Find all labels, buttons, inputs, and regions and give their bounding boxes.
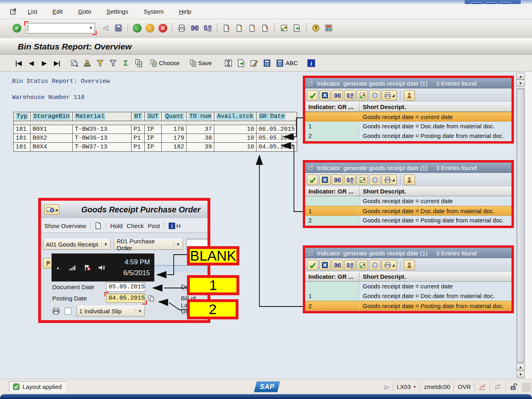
- reference-combo[interactable]: R01 Purchase Order▼: [114, 239, 183, 250]
- find-next-icon[interactable]: [202, 23, 213, 33]
- hold-button[interactable]: Hold: [110, 222, 123, 229]
- scrollbar-thumb[interactable]: ∷: [517, 89, 525, 362]
- security-lock-icon[interactable]: [509, 383, 518, 391]
- help-icon[interactable]: [369, 90, 380, 101]
- scroll-up-icon[interactable]: ▲: [516, 73, 525, 80]
- enter-button[interactable]: ✓: [11, 23, 23, 33]
- action-center-flag-icon[interactable]: [84, 264, 91, 271]
- control-menu-icon[interactable]: [10, 8, 17, 15]
- collapse-icon[interactable]: ◁: [100, 23, 111, 33]
- print-icon[interactable]: ◢: [382, 90, 397, 101]
- system-id[interactable]: LX03▼: [396, 383, 416, 390]
- find-icon[interactable]: [189, 23, 200, 33]
- services-for-object-icon[interactable]: ◢: [44, 204, 60, 215]
- print-icon[interactable]: [176, 23, 187, 33]
- choose-button[interactable]: Choose: [150, 60, 180, 67]
- popup-row[interactable]: Goods receipt date = current date: [305, 196, 511, 206]
- post-button[interactable]: Post: [148, 222, 160, 229]
- menu-goto[interactable]: Goto: [73, 6, 96, 16]
- mail-edit-icon[interactable]: [249, 58, 259, 68]
- find-next-icon[interactable]: [344, 90, 355, 101]
- personal-settings-icon[interactable]: [404, 175, 415, 185]
- popup-titlebar[interactable]: Indicator: generate goods receipt date (…: [305, 162, 511, 173]
- popup-row[interactable]: 2Goods receipt date = Posting date from …: [305, 131, 511, 141]
- new-values-icon[interactable]: [357, 175, 368, 185]
- scrollbar-track[interactable]: ∷: [516, 88, 525, 363]
- help-icon[interactable]: [310, 23, 321, 33]
- popup-row[interactable]: 1Goods receipt date = Doc.date from mate…: [305, 291, 511, 301]
- save-list-button[interactable]: Save: [189, 60, 212, 67]
- detail-icon[interactable]: [69, 58, 80, 68]
- resize-grip[interactable]: [522, 383, 531, 392]
- new-session-icon[interactable]: [278, 23, 290, 33]
- menu-help[interactable]: Help: [174, 6, 196, 16]
- popup-row[interactable]: 2Goods receipt date = Posting date from …: [305, 216, 511, 225]
- copy-icon[interactable]: [307, 260, 318, 270]
- new-values-icon[interactable]: [357, 260, 368, 270]
- popup-titlebar[interactable]: Indicator: generate goods receipt date (…: [305, 78, 511, 88]
- cancel-icon[interactable]: ✕: [157, 23, 168, 33]
- find-next-icon[interactable]: [344, 260, 355, 270]
- slip-type-combo[interactable]: 1 Individual Slip▼: [76, 306, 145, 317]
- subtotal-icon[interactable]: [134, 58, 144, 68]
- exit-icon[interactable]: ↑: [144, 23, 156, 33]
- export-icon[interactable]: [236, 58, 246, 68]
- personal-settings-icon[interactable]: [404, 260, 415, 270]
- status-expand-icon[interactable]: ▷: [385, 384, 389, 390]
- sort-descending-icon[interactable]: [95, 58, 105, 68]
- sort-icon[interactable]: [82, 58, 92, 68]
- next-record-icon[interactable]: ▶: [39, 58, 49, 68]
- first-record-icon[interactable]: |◀: [13, 58, 24, 68]
- popup-titlebar[interactable]: Indicator: generate goods receipt date (…: [305, 248, 511, 258]
- help-icon[interactable]: [369, 260, 380, 270]
- copy-icon[interactable]: [307, 90, 318, 101]
- menu-edit[interactable]: Edit: [47, 6, 68, 16]
- scroll-down-icon[interactable]: ▼: [516, 371, 525, 378]
- scroll-down-top-icon[interactable]: ▼: [516, 80, 525, 86]
- network-signal-icon[interactable]: [69, 265, 76, 271]
- command-field-dropdown-icon[interactable]: ▼: [89, 26, 93, 30]
- popup-row[interactable]: 2Goods receipt date = Posting date from …: [305, 301, 511, 311]
- save-icon[interactable]: [113, 23, 124, 33]
- menu-system[interactable]: System: [139, 6, 168, 16]
- page-down-icon[interactable]: ▼: [246, 23, 258, 33]
- speaker-icon[interactable]: [98, 264, 105, 271]
- create-shortcut-icon[interactable]: [291, 23, 302, 33]
- table-row[interactable]: 181B0X1 T-BW35-13P1 IP176 3710 06.05.201…: [14, 125, 297, 134]
- menu-settings[interactable]: Settings: [102, 6, 133, 16]
- copy-date-icon[interactable]: [148, 295, 154, 302]
- page-up-icon[interactable]: ▲: [234, 23, 245, 33]
- popup-row[interactable]: Goods receipt date = current date: [305, 282, 511, 291]
- new-values-icon[interactable]: [357, 90, 368, 101]
- back-icon[interactable]: ←: [131, 23, 143, 33]
- first-page-icon[interactable]: ▲: [221, 23, 232, 33]
- show-overview-button[interactable]: Show Overview: [44, 222, 86, 229]
- find-next-icon[interactable]: [344, 175, 355, 185]
- popup-row[interactable]: Goods receipt date = current date: [305, 112, 511, 121]
- help-icon[interactable]: [369, 175, 380, 185]
- tray-clock[interactable]: 4:59 PM6/5/2015: [123, 257, 150, 278]
- find-icon[interactable]: [332, 90, 343, 101]
- tray-expand-icon[interactable]: ▲: [56, 265, 60, 270]
- last-page-icon[interactable]: ▼: [259, 23, 271, 33]
- total-icon[interactable]: Σ: [121, 58, 131, 68]
- print-slip-icon[interactable]: [52, 307, 60, 315]
- copy-icon[interactable]: [307, 175, 318, 185]
- menu-list[interactable]: List: [23, 6, 42, 16]
- spreadsheet-icon[interactable]: [262, 58, 272, 68]
- previous-record-icon[interactable]: ◀: [26, 58, 37, 68]
- popup-row[interactable]: 1Goods receipt date = Doc.date from mate…: [305, 121, 511, 131]
- find-icon[interactable]: [332, 260, 343, 270]
- posting-date-input[interactable]: 04.05.2015: [106, 294, 145, 303]
- performance-chart-icon[interactable]: [479, 383, 486, 391]
- table-row[interactable]: 181B0X2 T-BW36-13P1 IP179 3810 05.05.201…: [14, 134, 297, 143]
- popup-row[interactable]: 1Goods receipt date = Doc.date from mate…: [305, 206, 511, 216]
- print-checkbox[interactable]: [65, 308, 72, 315]
- new-document-icon[interactable]: [94, 222, 102, 229]
- close-icon[interactable]: [319, 260, 331, 270]
- print-icon[interactable]: ◢: [382, 175, 397, 185]
- help-button[interactable]: H: [168, 222, 181, 229]
- check-button[interactable]: Check: [127, 222, 144, 229]
- find-icon[interactable]: [332, 175, 343, 185]
- close-icon[interactable]: [319, 175, 331, 185]
